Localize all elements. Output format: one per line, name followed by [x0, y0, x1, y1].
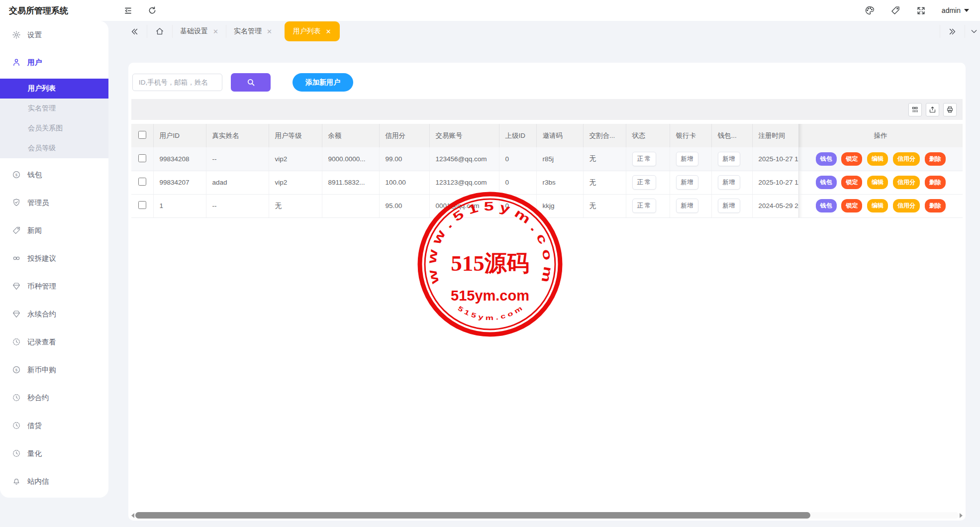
sidebar-item-feedback[interactable]: 投拆建议	[0, 247, 108, 269]
sidebar-item-perpetual[interactable]: 永续合约	[0, 303, 108, 325]
sidebar-item-second-contract[interactable]: 秒合约	[0, 387, 108, 409]
horizontal-scrollbar[interactable]	[131, 512, 963, 519]
lock-action-button[interactable]: 锁定	[841, 176, 862, 189]
status-badge: 正常	[632, 199, 656, 213]
cell-level: 无	[269, 194, 322, 217]
tag-icon[interactable]	[890, 5, 900, 15]
sidebar-item-label: 用户	[27, 58, 42, 67]
add-user-button[interactable]: 添加新用户	[293, 73, 353, 92]
cell-account: 0001@qq.com	[429, 194, 499, 217]
sidebar-subitem-relation-map[interactable]: 会员关系图	[0, 118, 108, 138]
tabs-menu[interactable]	[965, 25, 980, 38]
cell-delivery: 无	[583, 171, 626, 194]
wallet-add-button[interactable]: 新增	[718, 152, 740, 166]
wallet-add-button[interactable]: 新增	[718, 199, 740, 213]
tabs-scroll-right[interactable]	[940, 25, 965, 38]
sidebar-item-lending[interactable]: 借贷	[0, 415, 108, 436]
sidebar-item-site-message[interactable]: 站内信	[0, 470, 108, 492]
wallet-action-button[interactable]: 钱包	[816, 176, 837, 189]
sidebar-item-new-coin[interactable]: $ 新币申购	[0, 359, 108, 381]
tab-realname[interactable]: 实名管理 ✕	[226, 21, 280, 41]
bank-card-add-button[interactable]: 新增	[676, 152, 698, 166]
sidebar-item-label: 量化	[27, 449, 42, 458]
bank-card-add-button[interactable]: 新增	[676, 175, 698, 190]
caret-down-icon	[964, 9, 969, 12]
delete-action-button[interactable]: 删除	[925, 199, 946, 212]
sidebar-item-label: 管理员	[27, 198, 49, 208]
credit-action-button[interactable]: 信用分	[893, 199, 920, 212]
close-icon[interactable]: ✕	[326, 28, 331, 35]
credit-action-button[interactable]: 信用分	[893, 152, 920, 166]
tag-icon	[12, 226, 21, 235]
printer-icon	[946, 106, 954, 113]
scroll-left-arrow-icon[interactable]	[131, 513, 134, 518]
refresh-icon[interactable]	[148, 6, 157, 15]
scrollbar-thumb[interactable]	[135, 512, 810, 519]
tab-basic-settings[interactable]: 基础设置 ✕	[173, 21, 226, 41]
row-checkbox[interactable]	[138, 201, 146, 209]
status-badge: 正常	[632, 175, 656, 190]
lock-action-button[interactable]: 锁定	[841, 152, 862, 166]
tab-user-list[interactable]: 用户列表 ✕	[285, 21, 340, 41]
export-button[interactable]	[926, 103, 939, 116]
sidebar-item-label: 币种管理	[27, 282, 56, 291]
user-menu[interactable]: admin	[942, 6, 969, 14]
close-icon[interactable]: ✕	[267, 28, 272, 35]
topbar: 交易所管理系统 admin	[0, 0, 980, 21]
edit-action-button[interactable]: 编辑	[867, 176, 888, 189]
scroll-right-arrow-icon[interactable]	[960, 513, 963, 518]
search-button[interactable]	[231, 73, 271, 92]
cell-balance	[322, 194, 379, 217]
sidebar-item-label: 借贷	[27, 421, 42, 430]
wallet-add-button[interactable]: 新增	[718, 175, 740, 190]
theme-palette-icon[interactable]	[865, 5, 875, 15]
print-button[interactable]	[943, 103, 957, 116]
fullscreen-icon[interactable]	[916, 6, 926, 15]
history-clock-icon	[12, 337, 21, 346]
tab-home[interactable]	[147, 25, 172, 38]
status-badge: 正常	[632, 152, 656, 166]
delete-action-button[interactable]: 删除	[925, 176, 946, 189]
table-row: 1 -- 无 95.00 0001@qq.com 0 kkjg 无 正常 新增 …	[131, 194, 963, 217]
edit-action-button[interactable]: 编辑	[867, 152, 888, 166]
sidebar-item-records[interactable]: 记录查看	[0, 331, 108, 353]
delete-action-button[interactable]: 删除	[925, 152, 946, 166]
wallet-action-button[interactable]: 钱包	[816, 152, 837, 166]
sidebar-item-news[interactable]: 新闻	[0, 219, 108, 241]
tabs-scroll-left[interactable]	[122, 25, 147, 38]
cell-level: vip2	[269, 171, 322, 194]
subitem-label: 用户列表	[28, 84, 56, 93]
username: admin	[942, 6, 961, 14]
tabbar: 基础设置 ✕ 实名管理 ✕ 用户列表 ✕	[108, 21, 980, 42]
row-checkbox[interactable]	[138, 178, 146, 186]
sidebar-subitem-realname[interactable]: 实名管理	[0, 99, 108, 118]
columns-settings-button[interactable]	[908, 103, 922, 116]
lock-action-button[interactable]: 锁定	[841, 199, 862, 212]
cell-invite-code: r3bs	[536, 171, 583, 194]
sidebar-item-settings[interactable]: 设置	[0, 24, 108, 46]
link-icon	[12, 254, 21, 263]
tab-label: 实名管理	[234, 27, 262, 36]
sidebar-item-admins[interactable]: 管理员	[0, 192, 108, 213]
bank-card-add-button[interactable]: 新增	[676, 199, 698, 213]
collapse-menu-icon[interactable]	[123, 6, 133, 15]
sidebar-item-coins[interactable]: 币种管理	[0, 275, 108, 297]
edit-action-button[interactable]: 编辑	[867, 199, 888, 212]
select-all-checkbox[interactable]	[138, 131, 146, 139]
sidebar-item-label: 钱包	[27, 170, 42, 180]
search-input[interactable]	[132, 74, 222, 91]
sidebar-subitem-member-level[interactable]: 会员等级	[0, 138, 108, 158]
tab-label: 用户列表	[293, 27, 321, 36]
row-checkbox[interactable]	[138, 154, 146, 162]
sidebar-item-user[interactable]: 用户	[0, 51, 108, 73]
sidebar-item-wallet[interactable]: $ 钱包	[0, 164, 108, 186]
wallet-action-button[interactable]: 钱包	[816, 199, 837, 212]
close-icon[interactable]: ✕	[213, 28, 218, 35]
table-row: 99834208 -- vip2 9000.0000... 99.00 1234…	[131, 147, 963, 171]
cell-account: 123123@qq.com	[429, 171, 499, 194]
col-header-parent-id: 上级ID	[499, 124, 536, 147]
scrollbar-track[interactable]	[135, 512, 959, 519]
sidebar-subitem-user-list[interactable]: 用户列表	[0, 79, 108, 99]
sidebar-item-quant[interactable]: 量化	[0, 442, 108, 464]
credit-action-button[interactable]: 信用分	[893, 176, 920, 189]
